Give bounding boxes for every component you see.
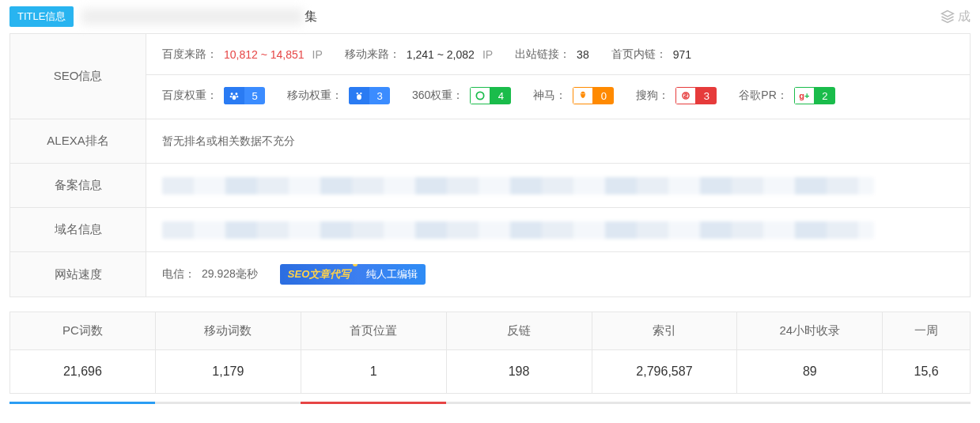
mobile-weight-badge: 3 (349, 87, 390, 104)
row-speed: 网站速度 电信： 29.928毫秒 SEO文章代写 纯人工编辑 (10, 252, 970, 296)
stat-col-index[interactable]: 索引 2,796,587 (592, 312, 738, 393)
row-label-domain: 域名信息 (10, 208, 146, 251)
bar-segment (9, 402, 155, 404)
stats-table: PC词数 21,696 移动词数 1,179 首页位置 1 反链 198 索引 … (9, 312, 971, 394)
bar-segment (884, 402, 971, 404)
stat-col-pc-words[interactable]: PC词数 21,696 (10, 312, 156, 393)
label: 百度来路： (162, 47, 218, 62)
label: 搜狗： (636, 89, 669, 103)
unit: IP (482, 48, 493, 61)
label: 360权重： (412, 89, 464, 103)
metric-google-pr[interactable]: 谷歌PR： g+ 2 (739, 87, 834, 104)
google-pr-icon: g+ (794, 87, 815, 104)
value: 971 (673, 48, 691, 61)
svg-point-1 (231, 93, 233, 95)
svg-point-10 (582, 93, 583, 94)
metric-sogou-weight[interactable]: 搜狗： 3 (636, 87, 717, 104)
label: 电信： (162, 267, 195, 281)
seo-promo-link[interactable]: SEO文章代写 纯人工编辑 (280, 264, 426, 285)
bar-segment (737, 402, 883, 404)
stat-head: 一周 (883, 312, 970, 350)
metric-360-weight[interactable]: 360权重： 4 (412, 87, 511, 104)
beian-value-blurred (162, 177, 874, 195)
metric-out-links: 出站链接： 38 (515, 47, 589, 62)
seo-weight-row: 百度权重： 5 移动权重： 3 (146, 75, 970, 116)
svg-point-5 (233, 95, 236, 100)
stat-col-home-pos[interactable]: 首页位置 1 (301, 312, 447, 393)
metric-mobile-traffic: 移动来路： 1,241 ~ 2,082 IP (345, 47, 493, 62)
row-label-speed: 网站速度 (10, 252, 146, 296)
shenma-icon (573, 87, 593, 104)
stat-value: 2,796,587 (592, 350, 737, 393)
domain-value-blurred (162, 221, 874, 239)
value: 4 (490, 87, 511, 104)
promo-right-text: 纯人工编辑 (358, 264, 426, 285)
metric-baidu-weight[interactable]: 百度权重： 5 (162, 87, 265, 104)
row-label-beian: 备案信息 (10, 164, 146, 207)
label: 首页内链： (611, 47, 667, 62)
sogou-weight-badge: 3 (675, 87, 717, 104)
360-weight-badge: 4 (470, 87, 511, 104)
svg-point-9 (477, 92, 484, 99)
row-seo: SEO信息 百度来路： 10,812 ~ 14,851 IP 移动来路： 1,2… (10, 34, 970, 119)
bar-segment (446, 402, 592, 404)
value: 0 (593, 87, 614, 104)
row-alexa: ALEXA排名 暂无排名或相关数据不充分 (10, 119, 970, 164)
stat-value: 89 (737, 350, 882, 393)
label: 百度权重： (162, 89, 218, 103)
alexa-value: 暂无排名或相关数据不充分 (162, 134, 295, 149)
seo-traffic-row: 百度来路： 10,812 ~ 14,851 IP 移动来路： 1,241 ~ 2… (146, 34, 970, 75)
baidu-weight-badge: 5 (224, 87, 265, 104)
metric-home-links: 首页内链： 971 (611, 47, 691, 62)
stat-head: 首页位置 (301, 312, 446, 350)
row-domain: 域名信息 (10, 208, 970, 252)
svg-point-4 (236, 96, 238, 97)
bar-segment (592, 402, 737, 404)
svg-point-7 (360, 93, 361, 94)
label: 移动来路： (345, 47, 400, 62)
stat-col-mobile-words[interactable]: 移动词数 1,179 (156, 312, 301, 393)
row-beian: 备案信息 (10, 164, 970, 208)
label: 出站链接： (515, 47, 570, 62)
seo-info-table: SEO信息 百度来路： 10,812 ~ 14,851 IP 移动来路： 1,2… (9, 33, 971, 297)
label: 移动权重： (287, 89, 342, 103)
svg-point-6 (357, 93, 358, 94)
metric-baidu-traffic: 百度来路： 10,812 ~ 14,851 IP (162, 47, 323, 62)
value: 38 (577, 48, 589, 61)
metric-telecom-speed: 电信： 29.928毫秒 (162, 267, 258, 281)
stat-col-24h[interactable]: 24小时收录 89 (737, 312, 883, 393)
metric-mobile-weight[interactable]: 移动权重： 3 (287, 87, 390, 104)
page-title-suffix: 集 (305, 9, 317, 25)
bar-segment (155, 402, 301, 404)
promo-left-text: SEO文章代写 (280, 264, 358, 285)
stat-col-week[interactable]: 一周 15,6 (883, 312, 970, 393)
svg-point-2 (235, 93, 237, 95)
stat-col-backlinks[interactable]: 反链 198 (447, 312, 592, 393)
shenma-weight-badge: 0 (573, 87, 614, 104)
svg-point-8 (357, 94, 361, 100)
svg-marker-0 (942, 11, 954, 17)
paw-icon (224, 87, 244, 104)
label: 神马： (533, 89, 566, 103)
google-pr-badge: g+ 2 (794, 87, 835, 104)
stat-head: 移动词数 (156, 312, 301, 350)
stat-head: 索引 (592, 312, 737, 350)
value: 1,241 ~ 2,082 (407, 48, 475, 61)
stat-head: 反链 (447, 312, 592, 350)
bar-segment (301, 402, 446, 404)
stat-value: 15,6 (883, 350, 970, 393)
layers-button[interactable]: 成 (940, 9, 971, 25)
paw-mobile-icon (349, 87, 369, 104)
value: 2 (815, 87, 835, 104)
layers-label: 成 (958, 9, 971, 25)
value: 3 (369, 87, 390, 104)
svg-point-3 (230, 96, 232, 97)
metric-shenma-weight[interactable]: 神马： 0 (533, 87, 614, 104)
sogou-icon (675, 87, 696, 104)
stat-value: 1 (301, 350, 446, 393)
svg-point-11 (584, 93, 585, 94)
stat-value: 198 (447, 350, 592, 393)
stat-value: 1,179 (156, 350, 301, 393)
row-label-alexa: ALEXA排名 (10, 119, 146, 163)
value: 5 (244, 87, 265, 104)
